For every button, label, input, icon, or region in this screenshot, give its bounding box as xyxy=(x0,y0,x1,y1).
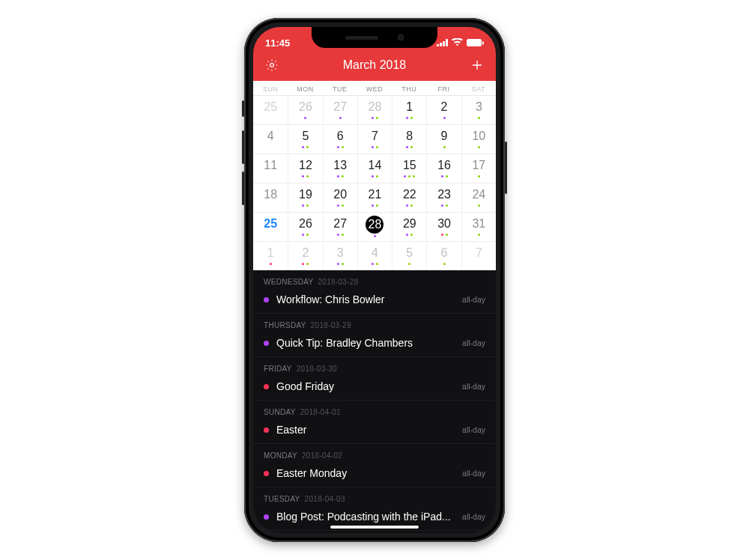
day-cell[interactable]: 28 xyxy=(357,96,392,124)
day-cell[interactable]: 22 xyxy=(392,183,426,212)
agenda-list[interactable]: WEDNESDAY2018-03-28Workflow: Chris Bowle… xyxy=(253,270,496,533)
day-number: 8 xyxy=(401,128,418,144)
day-cell[interactable]: 5 xyxy=(392,242,426,270)
day-cell[interactable]: 8 xyxy=(392,125,426,153)
day-cell[interactable]: 30 xyxy=(426,213,461,241)
event-dot xyxy=(441,204,443,207)
agenda-section-header: FRIDAY2018-03-30 xyxy=(253,357,496,376)
event-dots xyxy=(427,175,461,177)
day-number: 14 xyxy=(366,157,383,174)
day-cell[interactable]: 1 xyxy=(253,242,288,270)
day-cell[interactable]: 28 xyxy=(357,213,392,241)
day-cell[interactable]: 14 xyxy=(357,154,392,183)
event-row[interactable]: massage12:15 - 1:15 PM xyxy=(253,531,496,533)
day-number: 2 xyxy=(297,245,314,261)
day-cell[interactable]: 15 xyxy=(392,154,426,183)
event-dot xyxy=(408,263,410,265)
day-number: 17 xyxy=(470,157,487,174)
event-dots xyxy=(253,263,288,265)
agenda-day-label: WEDNESDAY xyxy=(264,278,313,286)
day-cell[interactable]: 27 xyxy=(323,96,357,124)
event-dot xyxy=(302,204,304,207)
day-cell[interactable]: 13 xyxy=(323,154,357,183)
day-cell[interactable]: 4 xyxy=(253,125,288,153)
day-cell[interactable]: 7 xyxy=(357,125,392,153)
volume-up-button xyxy=(242,130,244,164)
event-color-dot xyxy=(264,341,269,346)
event-row[interactable]: Easter Mondayall-day xyxy=(253,463,496,487)
day-cell[interactable]: 10 xyxy=(461,125,496,153)
home-indicator[interactable] xyxy=(330,526,419,529)
day-cell[interactable]: 26 xyxy=(288,96,322,124)
earpiece xyxy=(345,36,378,40)
weekday-label: FRI xyxy=(426,85,461,93)
day-cell[interactable]: 24 xyxy=(461,183,496,212)
day-cell[interactable]: 3 xyxy=(323,242,357,270)
header-title[interactable]: March 2018 xyxy=(343,58,407,72)
day-cell[interactable]: 2 xyxy=(426,96,461,124)
event-color-dot xyxy=(264,514,269,520)
day-cell[interactable]: 25 xyxy=(253,213,288,241)
event-dots xyxy=(324,146,357,148)
event-dots xyxy=(324,117,357,119)
day-cell[interactable]: 16 xyxy=(426,154,461,183)
event-row[interactable]: Easterall-day xyxy=(253,419,496,444)
week-row: 25262728123 xyxy=(253,96,496,125)
event-color-dot xyxy=(264,471,269,476)
event-dot xyxy=(413,175,415,177)
day-cell[interactable]: 17 xyxy=(461,154,496,183)
mute-switch xyxy=(242,100,244,117)
agenda-section-header: SUNDAY2018-04-01 xyxy=(253,401,496,419)
day-cell[interactable]: 7 xyxy=(461,242,496,270)
add-event-button[interactable] xyxy=(469,57,485,73)
event-row[interactable]: Quick Tip: Bradley Chambersall-day xyxy=(253,332,496,357)
day-cell[interactable]: 6 xyxy=(426,242,461,270)
event-time: all-day xyxy=(462,338,485,347)
front-camera xyxy=(398,34,404,40)
event-time: all-day xyxy=(462,295,485,304)
event-dot xyxy=(342,175,344,177)
event-dots xyxy=(462,117,496,119)
day-cell[interactable]: 12 xyxy=(288,154,322,183)
day-cell[interactable]: 27 xyxy=(323,213,357,241)
day-cell[interactable]: 5 xyxy=(288,125,322,153)
day-cell[interactable]: 26 xyxy=(288,213,322,241)
gear-icon xyxy=(265,58,279,72)
status-time: 11:45 xyxy=(265,37,290,49)
day-cell[interactable]: 29 xyxy=(392,213,426,241)
event-row[interactable]: Workflow: Chris Bowlerall-day xyxy=(253,289,496,314)
day-cell[interactable]: 9 xyxy=(426,125,461,153)
event-dots xyxy=(288,234,322,236)
event-title: Blog Post: Podcasting with the iPad... xyxy=(276,511,455,523)
event-dots xyxy=(427,234,461,236)
day-cell[interactable]: 23 xyxy=(426,183,461,212)
settings-button[interactable] xyxy=(264,57,280,73)
day-cell[interactable]: 11 xyxy=(253,154,288,183)
day-cell[interactable]: 2 xyxy=(288,242,322,270)
event-dot xyxy=(408,175,410,177)
day-cell[interactable]: 6 xyxy=(323,125,357,153)
event-dot xyxy=(478,146,480,148)
plus-icon xyxy=(470,58,484,72)
day-cell[interactable]: 25 xyxy=(253,96,288,124)
day-number: 13 xyxy=(332,157,348,174)
event-dots xyxy=(358,204,392,207)
event-dot xyxy=(410,234,413,236)
event-dots xyxy=(392,204,426,207)
event-dot xyxy=(337,146,339,148)
agenda-date-label: 2018-03-30 xyxy=(297,365,337,373)
day-cell[interactable]: 21 xyxy=(357,183,392,212)
day-cell[interactable]: 19 xyxy=(288,183,322,212)
day-number: 29 xyxy=(401,216,418,232)
day-cell[interactable]: 20 xyxy=(323,183,357,212)
event-dot xyxy=(302,175,304,177)
day-cell[interactable]: 18 xyxy=(253,183,288,212)
day-cell[interactable]: 31 xyxy=(461,213,496,241)
event-dots xyxy=(288,263,322,265)
event-dots xyxy=(392,117,426,119)
day-cell[interactable]: 3 xyxy=(461,96,496,124)
event-row[interactable]: Good Fridayall-day xyxy=(253,376,496,401)
day-number: 25 xyxy=(262,99,279,115)
day-cell[interactable]: 4 xyxy=(357,242,392,270)
day-cell[interactable]: 1 xyxy=(392,96,426,124)
